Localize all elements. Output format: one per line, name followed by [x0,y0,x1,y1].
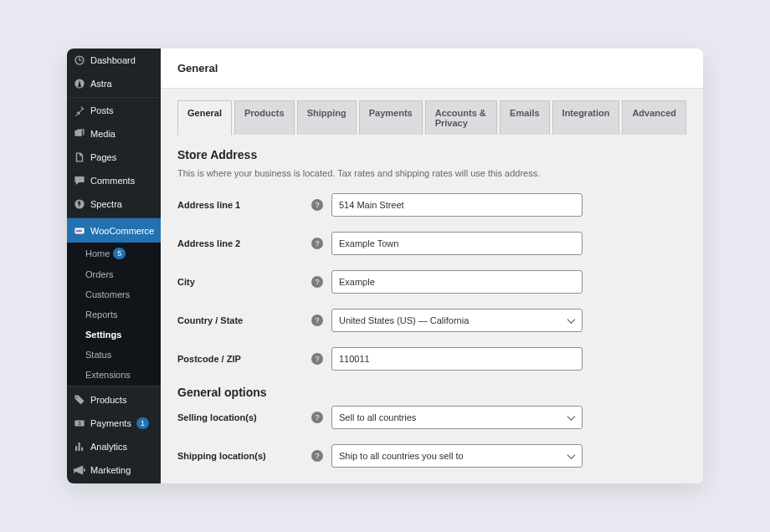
row-postcode: Postcode / ZIP ? [177,347,686,371]
payments-icon: $ [74,417,85,429]
astra-icon [74,78,85,90]
input-address1[interactable] [331,193,583,217]
submenu-settings[interactable]: Settings [67,325,161,345]
submenu-home[interactable]: Home 5 [67,243,161,264]
pin-icon [74,105,85,116]
label-selling: Selling location(s) [177,412,311,422]
sidebar-label: Payments [90,418,131,428]
label-postcode: Postcode / ZIP [177,354,311,364]
products-icon [74,394,85,406]
submenu-status[interactable]: Status [67,345,161,365]
submenu-extensions[interactable]: Extensions [67,365,161,385]
label-address1: Address line 1 [177,200,311,210]
pages-icon [74,151,85,163]
tab-general[interactable]: General [177,100,232,136]
tab-products[interactable]: Products [234,100,295,135]
select-shipping[interactable]: Ship to all countries you sell to [331,444,583,468]
sidebar-item-spectra[interactable]: Spectra [67,192,161,216]
row-city: City ? [177,270,686,294]
sidebar-item-analytics[interactable]: Analytics [67,435,161,458]
sidebar-label: WooCommerce [90,226,154,236]
sidebar-item-comments[interactable]: Comments [67,169,161,192]
spectra-icon [74,198,85,210]
sidebar-label: Pages [90,152,116,162]
row-shipping: Shipping location(s) ? Ship to all count… [177,444,686,468]
sidebar-item-payments[interactable]: $ Payments 1 [67,412,161,435]
sidebar-label: Media [90,129,116,139]
sidebar-label: Marketing [90,465,131,475]
label-city: City [177,277,311,287]
sidebar-item-dashboard[interactable]: Dashboard [67,49,161,72]
tab-advanced[interactable]: Advanced [622,100,686,135]
help-icon[interactable]: ? [311,450,323,462]
help-icon[interactable]: ? [311,238,323,249]
sidebar-label: Dashboard [90,55,136,65]
admin-sidebar: Dashboard Astra Posts Media Pages Commen… [67,49,161,483]
badge: 1 [136,417,149,429]
submenu-customers[interactable]: Customers [67,284,161,304]
dashboard-icon [74,54,85,66]
tab-payments[interactable]: Payments [359,100,423,135]
help-icon[interactable]: ? [311,276,323,288]
media-icon [74,128,85,140]
sidebar-item-products[interactable]: Products [67,386,161,412]
woo-icon [74,225,85,237]
help-icon[interactable]: ? [311,315,323,326]
settings-tabs: General Products Shipping Payments Accou… [177,100,686,135]
section-title-store-address: Store Address [177,148,686,161]
tab-emails[interactable]: Emails [500,100,549,135]
sidebar-label: Comments [90,176,135,186]
sidebar-label: Products [90,395,126,405]
sidebar-label: Astra [90,79,112,89]
marketing-icon [74,464,85,476]
sidebar-label: Spectra [90,199,122,209]
page-title: General [177,62,686,74]
app-window: Dashboard Astra Posts Media Pages Commen… [67,49,703,483]
main-content: General General Products Shipping Paymen… [161,49,703,483]
analytics-icon [74,441,85,453]
sidebar-item-media[interactable]: Media [67,122,161,146]
row-country: Country / State ? United States (US) — C… [177,309,686,332]
section-desc: This is where your business is located. … [177,168,686,178]
tab-accounts[interactable]: Accounts & Privacy [425,100,497,135]
tab-shipping[interactable]: Shipping [297,100,357,135]
sidebar-item-astra[interactable]: Astra [67,72,161,95]
select-selling[interactable]: Sell to all countries [331,406,583,429]
sidebar-item-pages[interactable]: Pages [67,146,161,169]
sidebar-label: Posts [90,105,114,115]
input-city[interactable] [331,270,583,294]
row-address1: Address line 1 ? [177,193,686,217]
content-area: General Products Shipping Payments Accou… [161,89,703,483]
label-shipping: Shipping location(s) [177,451,311,461]
input-address2[interactable] [331,232,583,255]
label-address2: Address line 2 [177,238,311,248]
page-header: General [161,49,703,89]
select-country[interactable]: United States (US) — California [331,309,583,332]
sidebar-item-marketing[interactable]: Marketing [67,458,161,482]
sidebar-item-posts[interactable]: Posts [67,97,161,122]
sidebar-item-woocommerce[interactable]: WooCommerce [67,217,161,243]
help-icon[interactable]: ? [311,353,323,365]
woocommerce-submenu: Home 5 Orders Customers Reports Settings… [67,243,161,385]
comment-icon [74,175,85,187]
label-country: Country / State [177,315,311,325]
row-address2: Address line 2 ? [177,232,686,255]
help-icon[interactable]: ? [311,412,323,423]
submenu-reports[interactable]: Reports [67,304,161,325]
badge: 5 [113,248,126,259]
section-title-general-options: General options [177,386,686,399]
tab-integration[interactable]: Integration [552,100,620,135]
input-postcode[interactable] [331,347,583,371]
submenu-orders[interactable]: Orders [67,264,161,284]
help-icon[interactable]: ? [311,199,323,211]
row-selling: Selling location(s) ? Sell to all countr… [177,406,686,429]
sidebar-label: Analytics [90,442,127,452]
